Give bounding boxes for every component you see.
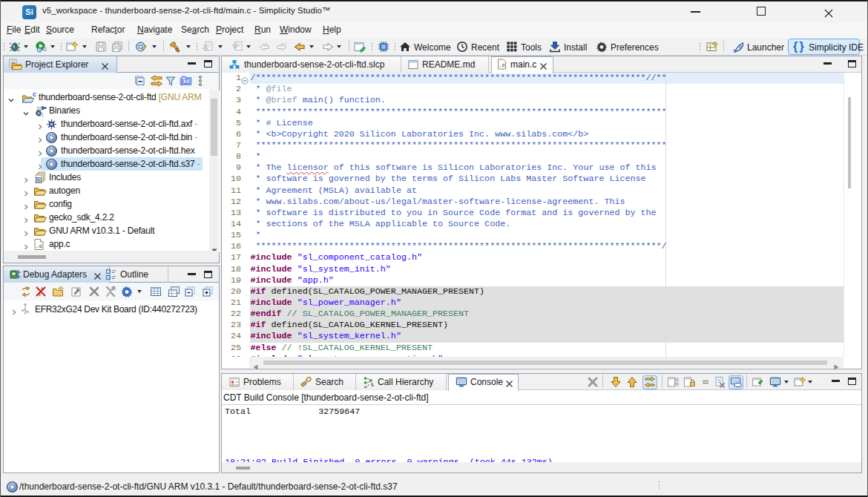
svg-text:.c: .c [36,243,43,249]
svg-text:.c: .c [499,62,506,68]
svg-text:C: C [33,91,36,98]
svg-text:Si: Si [185,79,188,83]
svg-text:h: h [37,178,40,183]
